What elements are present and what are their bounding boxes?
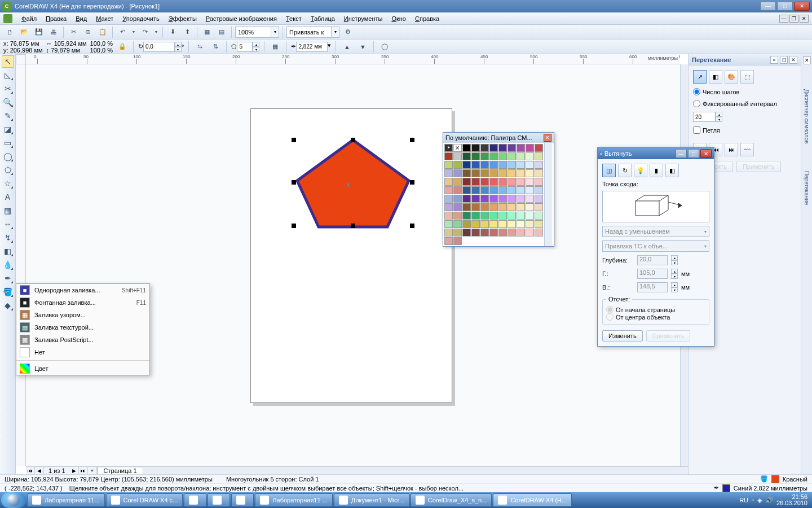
zoom-input[interactable] xyxy=(235,27,271,38)
color-swatch[interactable] xyxy=(535,203,543,211)
menu-текст[interactable]: Текст xyxy=(281,14,306,23)
color-swatch[interactable] xyxy=(535,186,543,194)
taskbar-item[interactable]: CorelDraw_X4_s_n... xyxy=(411,493,492,507)
color-swatch[interactable] xyxy=(471,229,480,237)
window-maximize-button[interactable]: □ xyxy=(777,2,793,11)
color-swatch[interactable] xyxy=(444,220,453,228)
interactive-fill-tool[interactable]: ◆ xyxy=(2,299,14,312)
color-swatch[interactable] xyxy=(489,229,498,237)
freehand-tool[interactable]: ✎ xyxy=(2,110,14,122)
color-swatch[interactable] xyxy=(517,169,525,177)
color-swatch[interactable] xyxy=(517,186,525,194)
color-swatch[interactable] xyxy=(453,169,462,177)
color-swatch[interactable] xyxy=(480,178,489,186)
color-swatch[interactable] xyxy=(480,195,489,203)
menu-макет[interactable]: Макет xyxy=(91,14,118,23)
color-swatch[interactable] xyxy=(526,195,534,203)
color-swatch[interactable] xyxy=(444,161,453,169)
color-swatch[interactable] xyxy=(498,144,507,152)
steps-field[interactable]: ▴▾ xyxy=(693,112,796,122)
symbol-manager-tab[interactable]: Диспетчер символов xyxy=(804,87,810,146)
extrude-light-tab[interactable]: 💡 xyxy=(634,164,647,177)
polygon-tool[interactable]: ⬠ xyxy=(2,164,14,176)
extrude-preview[interactable] xyxy=(602,191,709,222)
undo-button[interactable]: ↶ xyxy=(116,26,129,38)
color-swatch[interactable] xyxy=(526,186,534,194)
color-swatch[interactable] xyxy=(508,212,516,220)
color-swatch[interactable] xyxy=(517,144,525,152)
color-swatch[interactable] xyxy=(508,169,516,177)
export-button[interactable]: ⬆ xyxy=(181,26,193,38)
start-button[interactable] xyxy=(1,492,26,508)
redo-button[interactable]: ↷ xyxy=(139,26,151,38)
color-swatch[interactable] xyxy=(508,195,516,203)
color-palette-window[interactable]: По умолчанию: Палитра СМ... ✕ ▸ xyxy=(443,132,554,247)
color-swatch[interactable] xyxy=(535,169,543,177)
taskbar-item[interactable] xyxy=(184,493,206,507)
taskbar-item[interactable]: Лабораторная 11... xyxy=(27,493,105,507)
color-swatch[interactable] xyxy=(480,203,489,211)
welcome-button[interactable]: ▤ xyxy=(215,26,228,38)
color-swatch[interactable] xyxy=(498,212,507,220)
color-swatch[interactable] xyxy=(517,161,525,169)
window-close-button[interactable]: ✕ xyxy=(794,2,810,11)
color-swatch[interactable] xyxy=(498,169,507,177)
taskbar-item[interactable]: Corel DRAW X4 с... xyxy=(106,493,183,507)
flyout-item[interactable]: ▩Заливка PostScript... xyxy=(16,334,149,346)
extrude-bevel-tab[interactable]: ◧ xyxy=(665,164,679,177)
color-swatch[interactable] xyxy=(462,212,471,220)
color-swatch[interactable] xyxy=(480,169,489,177)
taskbar-item[interactable] xyxy=(208,493,230,507)
color-swatch[interactable] xyxy=(444,195,453,203)
selection-handle[interactable] xyxy=(410,224,414,228)
color-swatch[interactable] xyxy=(508,229,516,237)
color-swatch[interactable] xyxy=(471,195,480,203)
color-swatch[interactable] xyxy=(535,178,543,186)
color-swatch[interactable] xyxy=(489,152,498,160)
color-swatch[interactable] xyxy=(480,212,489,220)
zoom-combo[interactable]: ▾ xyxy=(235,27,279,38)
color-swatch[interactable] xyxy=(508,144,516,152)
color-swatch[interactable] xyxy=(517,203,525,211)
first-page-button[interactable]: ⏮ xyxy=(26,467,35,475)
pick-tool[interactable]: ↖ xyxy=(2,55,14,68)
color-swatch[interactable] xyxy=(444,186,453,194)
flyout-item[interactable]: ×Нет xyxy=(16,346,149,358)
color-swatch[interactable] xyxy=(489,212,498,220)
color-swatch[interactable] xyxy=(471,152,480,160)
eyedropper-tool[interactable]: 💧 xyxy=(2,259,14,271)
color-swatch[interactable] xyxy=(462,178,471,186)
fill-tool[interactable]: 🪣 xyxy=(2,286,14,298)
wrap-text-button[interactable]: ▦ xyxy=(269,41,281,53)
color-swatch[interactable] xyxy=(471,220,480,228)
color-swatch[interactable] xyxy=(471,203,480,211)
zoom-dropdown[interactable]: ▾ xyxy=(271,27,279,38)
color-swatch[interactable] xyxy=(526,152,534,160)
color-swatch[interactable] xyxy=(489,161,498,169)
color-swatch[interactable] xyxy=(480,144,489,152)
color-swatch[interactable] xyxy=(508,152,516,160)
color-swatch[interactable] xyxy=(535,152,543,160)
docker-expand-button[interactable]: » xyxy=(770,56,778,64)
color-swatch[interactable] xyxy=(453,186,462,194)
snap-combo[interactable]: ▾ xyxy=(286,27,339,38)
mdi-close-button[interactable]: ✕ xyxy=(800,15,809,23)
selection-handle[interactable] xyxy=(410,138,414,142)
docker-tabs-close[interactable]: ✕ xyxy=(803,56,811,64)
color-swatch[interactable] xyxy=(517,229,525,237)
to-front-button[interactable]: ▲ xyxy=(341,41,353,53)
extrude-v-field[interactable]: 148,5 xyxy=(637,282,668,292)
color-swatch[interactable] xyxy=(462,161,471,169)
save-button[interactable]: 💾 xyxy=(33,26,45,38)
zoom-tool[interactable]: 🔍 xyxy=(2,96,14,108)
color-swatch[interactable] xyxy=(517,178,525,186)
mdi-minimize-button[interactable]: — xyxy=(779,15,788,23)
extrude-rotation-tab[interactable]: ↻ xyxy=(618,164,632,177)
tray-clock[interactable]: 21:5626.03.2010 xyxy=(776,494,807,506)
cut-button[interactable]: ✂ xyxy=(67,26,80,38)
convert-curves-button[interactable]: ◯ xyxy=(378,41,391,53)
smart-fill-tool[interactable]: ◪ xyxy=(2,123,14,135)
color-swatch[interactable] xyxy=(471,212,480,220)
page-tab[interactable]: Страница 1 xyxy=(98,467,143,475)
vertical-ruler[interactable] xyxy=(16,64,26,466)
